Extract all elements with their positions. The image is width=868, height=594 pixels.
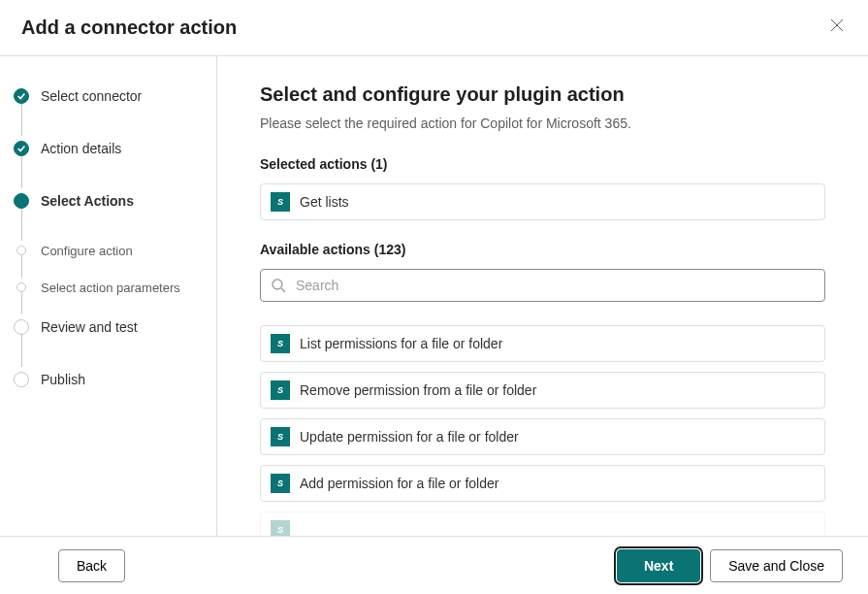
close-icon[interactable] (827, 16, 847, 35)
checkmark-icon (14, 88, 29, 104)
sharepoint-icon: S (271, 427, 290, 446)
step-label: Configure action (41, 244, 133, 258)
wizard-steps: Select connector Action details Select A… (14, 85, 205, 390)
dialog-title: Add a connector action (21, 16, 237, 39)
step-label: Publish (41, 372, 85, 387)
action-name: Add permission for a file or folder (300, 476, 498, 491)
available-action-item[interactable]: S List permissions for a file or folder (260, 325, 825, 362)
search-input-wrapper[interactable] (260, 269, 825, 302)
selected-actions-label: Selected actions (1) (260, 156, 825, 172)
dialog-body: Select connector Action details Select A… (0, 56, 868, 536)
next-button[interactable]: Next (617, 549, 700, 582)
sharepoint-icon: S (271, 380, 290, 400)
future-step-icon (14, 319, 29, 335)
action-name: Remove permission from a file or folder (300, 382, 536, 398)
step-review-and-test[interactable]: Review and test (14, 316, 205, 338)
step-configure-action[interactable]: Configure action (14, 243, 205, 258)
dialog-footer: Back Next Save and Close (0, 536, 868, 594)
back-button[interactable]: Back (58, 549, 125, 582)
future-step-icon (16, 282, 26, 292)
sharepoint-icon: S (271, 520, 290, 536)
step-publish[interactable]: Publish (14, 369, 205, 390)
available-action-item[interactable]: S (260, 512, 825, 536)
available-actions-label: Available actions (123) (260, 242, 825, 257)
future-step-icon (16, 246, 26, 255)
save-and-close-button[interactable]: Save and Close (710, 549, 843, 582)
step-label: Select Actions (41, 193, 134, 209)
main-panel: Select and configure your plugin action … (217, 56, 868, 536)
available-actions-list: S List permissions for a file or folder … (260, 325, 825, 536)
sharepoint-icon: S (271, 474, 290, 493)
step-label: Action details (41, 141, 121, 156)
sharepoint-icon: S (271, 192, 290, 212)
step-action-details[interactable]: Action details (14, 138, 205, 159)
dialog-header: Add a connector action (0, 0, 868, 56)
svg-point-0 (273, 280, 282, 289)
step-label: Review and test (41, 319, 138, 335)
action-name: Update permission for a file or folder (300, 429, 519, 445)
step-select-connector[interactable]: Select connector (14, 85, 205, 107)
available-action-item[interactable]: S Remove permission from a file or folde… (260, 372, 825, 409)
step-select-actions[interactable]: Select Actions (14, 190, 205, 212)
wizard-sidebar: Select connector Action details Select A… (0, 56, 217, 536)
page-heading: Select and configure your plugin action (260, 83, 825, 106)
selected-action-item[interactable]: S Get lists (260, 183, 825, 220)
action-name: List permissions for a file or folder (300, 336, 502, 351)
action-name: Get lists (300, 194, 349, 210)
page-subheading: Please select the required action for Co… (260, 116, 825, 131)
available-action-item[interactable]: S Add permission for a file or folder (260, 465, 825, 502)
current-step-icon (14, 193, 29, 209)
step-label: Select connector (41, 88, 142, 104)
checkmark-icon (14, 141, 29, 156)
step-label: Select action parameters (41, 280, 180, 295)
sharepoint-icon: S (271, 334, 290, 353)
search-icon (271, 278, 286, 293)
step-select-action-parameters[interactable]: Select action parameters (14, 280, 205, 295)
search-input[interactable] (294, 277, 815, 294)
future-step-icon (14, 372, 29, 387)
available-action-item[interactable]: S Update permission for a file or folder (260, 418, 825, 455)
